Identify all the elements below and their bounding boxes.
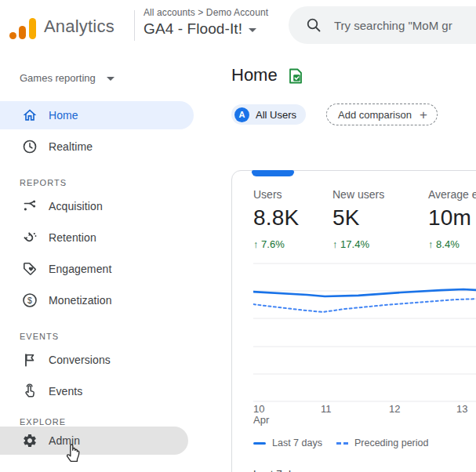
search-input[interactable] [334,19,475,32]
add-comparison-button[interactable]: Add comparison + [326,103,438,125]
plus-icon: + [420,108,427,122]
dashed-line-swatch-icon [336,442,348,445]
account-switcher[interactable]: All accounts > Demo Account GA4 - Flood-… [144,7,268,38]
main-content: Home A All Users Add comparison + Users … [201,50,476,472]
search-bar[interactable] [289,6,476,44]
search-icon [306,17,322,33]
touch-icon [22,383,38,399]
app-name: Analytics [44,14,114,39]
section-header-explore: EXPLORE [20,417,66,427]
overview-card: Users 8.8K ↑ 7.6% New users 5K ↑ 17.4% A… [231,170,476,472]
active-tab-indicator[interactable] [252,170,294,176]
chevron-down-icon [107,77,114,81]
doc-check-icon[interactable] [288,67,303,85]
solid-line-swatch-icon [253,442,266,445]
chart-legend: Last 7 days Preceding period [253,437,476,449]
delta-up-badge: ↑ 17.4% [332,238,428,250]
breadcrumb[interactable]: All accounts > Demo Account [144,7,268,18]
property-name: GA4 - Flood-It! [144,20,242,38]
audience-avatar: A [234,107,249,122]
tag-heart-icon [22,261,38,277]
ga-bars-icon [9,17,36,39]
section-header-events: EVENTS [20,330,201,343]
sidebar-item-engagement[interactable]: Engagement [0,253,201,285]
home-icon [22,107,38,123]
flag-icon [22,352,38,368]
magnet-icon [22,230,38,245]
chevron-down-icon [249,28,256,32]
header-divider [134,10,135,41]
delta-up-badge: ↑ 7.6% [253,238,332,250]
sidebar-item-admin[interactable]: Admin [0,427,188,455]
sidebar-item-conversions[interactable]: Conversions [0,344,201,376]
x-tick: 10 Apr [253,404,269,426]
collection-selector[interactable]: Games reporting [20,70,201,85]
sidebar-item-events[interactable]: Events [0,376,201,407]
sidebar-item-retention[interactable]: Retention [0,222,201,253]
trend-chart [253,261,476,402]
svg-text:$: $ [27,296,32,305]
analytics-logo[interactable]: Analytics [9,11,114,39]
dollar-circle-icon: $ [22,292,38,308]
section-header-reports: REPORTS [20,176,201,189]
admin-label: Admin [49,434,80,447]
chart-x-axis: 10 Apr 11 12 13 [253,402,476,426]
gear-icon [22,433,38,448]
date-range-selector[interactable]: Last 7 days [253,468,476,472]
sidebar-item-home[interactable]: Home [0,100,201,131]
sidebar-nav: Games reporting Home Realtime REPORTS Ac… [0,50,201,472]
delta-up-badge: ↑ 8.4% [428,238,476,250]
x-tick: 13 [456,404,467,415]
legend-last-7-days: Last 7 days [253,438,322,448]
app-header: Analytics All accounts > Demo Account GA… [0,0,476,50]
metrics-row: Users 8.8K ↑ 7.6% New users 5K ↑ 17.4% A… [253,188,476,250]
page-title: Home [231,65,278,85]
metric-avg-engagement[interactable]: Average en 10m 2 ↑ 8.4% [428,188,476,250]
property-selector[interactable]: GA4 - Flood-It! [144,20,268,38]
x-tick: 12 [389,404,400,415]
metric-new-users[interactable]: New users 5K ↑ 17.4% [332,188,428,250]
sidebar-item-realtime[interactable]: Realtime [0,131,201,162]
sidebar-item-monetization[interactable]: $ Monetization [0,285,201,316]
sidebar-item-acquisition[interactable]: Acquisition [0,191,201,222]
acquisition-icon [22,198,38,214]
audience-chip-all-users[interactable]: A All Users [231,104,306,125]
legend-preceding-period: Preceding period [336,438,429,448]
clock-icon [22,139,38,154]
metric-users[interactable]: Users 8.8K ↑ 7.6% [253,188,332,250]
x-tick: 11 [321,404,332,415]
